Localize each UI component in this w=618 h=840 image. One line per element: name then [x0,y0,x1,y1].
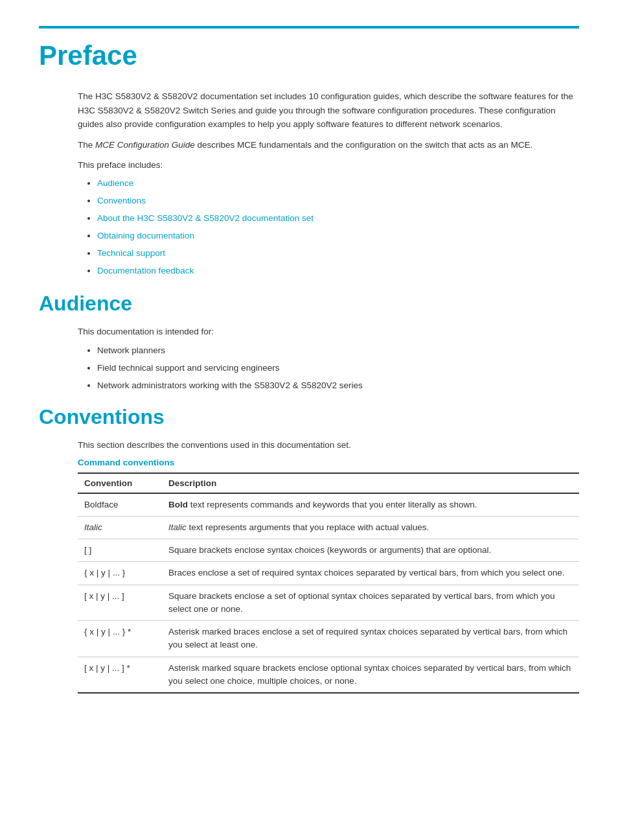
preface-title: Preface [39,40,579,71]
description-cell: Bold text represents commands and keywor… [162,493,579,517]
table-row: Italic Italic text represents arguments … [78,516,579,539]
audience-section-title: Audience [39,292,579,316]
convention-cell: [ ] [78,539,162,562]
bold-label: Bold [168,500,188,509]
description-cell: Italic text represents arguments that yo… [162,516,579,539]
conventions-section-title: Conventions [39,405,579,429]
convention-cell: [ x | y | ... ] * [78,657,162,693]
table-row: { x | y | ... } Braces enclose a set of … [78,562,579,585]
conventions-link[interactable]: Conventions [97,196,146,205]
description-cell: Square brackets enclose syntax choices (… [162,539,579,562]
table-row: Boldface Bold text represents commands a… [78,493,579,517]
col-header-description: Description [162,473,579,493]
support-link[interactable]: Technical support [97,248,165,258]
description-cell: Asterisk marked square brackets enclose … [162,657,579,693]
intro-p2-italic: MCE Configuration Guide [95,140,195,150]
description-cell: Square brackets enclose a set of optiona… [162,585,579,621]
list-item: About the H3C S5830V2 & S5820V2 document… [97,211,579,226]
col-header-convention: Convention [78,473,162,493]
intro-p2-prefix: The [78,140,95,150]
list-item: Network administrators working with the … [97,379,579,393]
convention-cell: { x | y | ... } * [78,621,162,657]
intro-paragraph-2: The MCE Configuration Guide describes MC… [78,138,579,152]
table-row: { x | y | ... } * Asterisk marked braces… [78,621,579,657]
convention-cell: [ x | y | ... ] [78,585,162,621]
convention-cell: Boldface [78,493,162,517]
conventions-intro: This section describes the conventions u… [78,438,579,452]
table-row: [ ] Square brackets enclose syntax choic… [78,539,579,562]
command-conventions-table: Convention Description Boldface Bold tex… [78,472,579,694]
table-row: [ x | y | ... ] Square brackets enclose … [78,585,579,621]
about-link[interactable]: About the H3C S5830V2 & S5820V2 document… [97,213,314,223]
convention-cell: { x | y | ... } [78,562,162,585]
table-row: [ x | y | ... ] * Asterisk marked square… [78,657,579,693]
list-item: Field technical support and servicing en… [97,361,579,376]
list-item: Conventions [97,194,579,209]
list-item: Documentation feedback [97,264,579,279]
command-conventions-subtitle: Command conventions [78,458,579,467]
obtaining-link[interactable]: Obtaining documentation [97,231,194,240]
preface-list: Audience Conventions About the H3C S5830… [97,176,579,279]
audience-link[interactable]: Audience [97,178,133,188]
description-cell: Asterisk marked braces enclose a set of … [162,621,579,657]
table-header-row: Convention Description [78,473,579,493]
intro-paragraph-1: The H3C S5830V2 & S5820V2 documentation … [78,89,579,132]
convention-cell: Italic [78,516,162,539]
preface-includes-text: This preface includes: [78,158,579,172]
intro-p2-suffix: describes MCE fundamentals and the confi… [195,140,533,150]
list-item: Network planners [97,344,579,358]
list-item: Technical support [97,246,579,261]
audience-list: Network planners Field technical support… [97,344,579,393]
list-item: Audience [97,176,579,191]
feedback-link[interactable]: Documentation feedback [97,266,194,275]
page: Preface The H3C S5830V2 & S5820V2 docume… [0,0,618,719]
list-item: Obtaining documentation [97,229,579,244]
italic-label: Italic [168,522,187,532]
description-cell: Braces enclose a set of required syntax … [162,562,579,585]
top-border [39,26,579,29]
audience-intro: This documentation is intended for: [78,325,579,339]
